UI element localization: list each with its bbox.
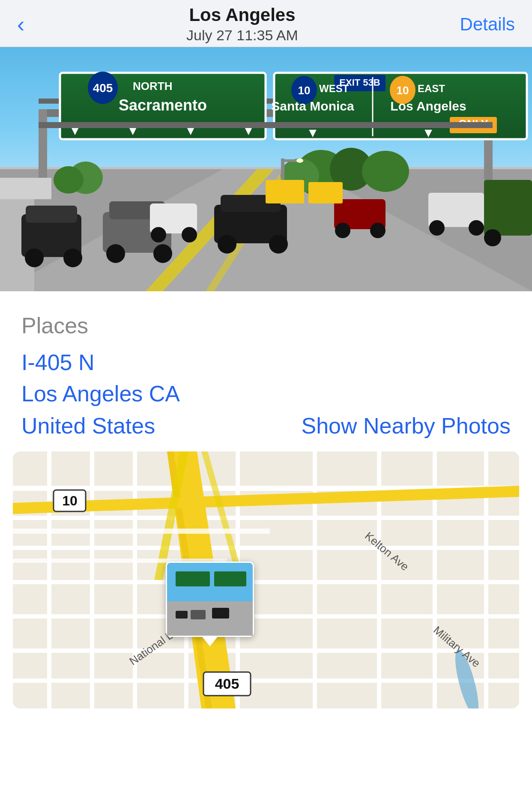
svg-text:10: 10 [298,84,311,97]
svg-rect-80 [13,678,519,683]
location-country[interactable]: United States [21,413,155,439]
svg-rect-45 [26,206,77,223]
back-button[interactable]: ‹ [17,13,24,36]
svg-rect-71 [266,180,304,203]
places-row: United States Show Nearby Photos [21,413,511,439]
app-header: ‹ Los Angeles July 27 11:35 AM Details [0,0,532,47]
svg-rect-108 [167,601,253,605]
svg-rect-77 [13,580,519,584]
svg-point-61 [469,220,484,236]
places-section: Places I-405 N Los Angeles CA United Sta… [0,291,532,451]
photo-image: 405 NORTH Sacramento ▼ ▼ ▼ ▼ EXIT 53B 10… [0,47,532,291]
svg-rect-76 [13,546,519,550]
svg-rect-110 [214,571,246,586]
svg-rect-67 [39,122,493,128]
svg-point-39 [362,151,409,192]
svg-point-54 [218,235,236,254]
svg-rect-109 [176,571,210,586]
svg-point-63 [484,229,501,246]
svg-rect-87 [377,451,381,708]
svg-point-50 [106,244,125,263]
svg-point-57 [335,223,350,238]
svg-rect-72 [308,182,343,203]
places-label: Places [21,313,511,338]
svg-text:Santa Monica: Santa Monica [271,99,354,113]
page-title: Los Angeles [186,5,298,25]
show-nearby-button[interactable]: Show Nearby Photos [302,413,511,439]
header-center: Los Angeles July 27 11:35 AM [186,5,298,44]
svg-rect-78 [13,614,519,619]
map-svg: National Bl Kelton Ave Military Ave 10 4… [13,451,519,708]
svg-text:Sacramento: Sacramento [119,96,207,114]
svg-point-58 [370,223,386,238]
svg-rect-86 [313,451,317,708]
svg-text:10: 10 [397,84,409,97]
svg-rect-75 [13,516,519,520]
svg-text:405: 405 [215,675,239,692]
svg-rect-62 [484,180,532,236]
svg-rect-95 [13,529,270,534]
svg-point-46 [25,248,44,267]
svg-text:405: 405 [93,81,113,95]
svg-rect-111 [191,610,206,619]
svg-point-65 [151,227,166,242]
photo-date: July 27 11:35 AM [186,27,298,44]
svg-point-47 [63,248,82,267]
svg-rect-81 [47,451,51,708]
map-container[interactable]: National Bl Kelton Ave Military Ave 10 4… [13,451,519,708]
highway-scene-svg: 405 NORTH Sacramento ▼ ▼ ▼ ▼ EXIT 53B 10… [0,47,532,291]
svg-point-70 [296,158,303,163]
svg-rect-113 [176,611,188,619]
svg-point-55 [269,235,288,254]
svg-point-66 [182,227,197,242]
location-line2[interactable]: Los Angeles CA [21,378,511,409]
location-line1[interactable]: I-405 N [21,347,511,378]
svg-point-41 [54,166,84,194]
svg-rect-112 [212,608,229,619]
svg-text:Los Angeles: Los Angeles [390,99,466,113]
svg-text:WEST: WEST [319,83,349,94]
svg-rect-79 [13,649,519,653]
details-button[interactable]: Details [460,14,515,35]
svg-text:10: 10 [62,493,78,508]
svg-text:NORTH: NORTH [133,80,172,93]
svg-rect-83 [133,451,137,708]
svg-rect-82 [90,451,94,708]
svg-point-60 [429,220,445,236]
svg-text:EAST: EAST [418,83,445,94]
svg-rect-42 [0,178,51,199]
svg-point-51 [153,244,172,263]
